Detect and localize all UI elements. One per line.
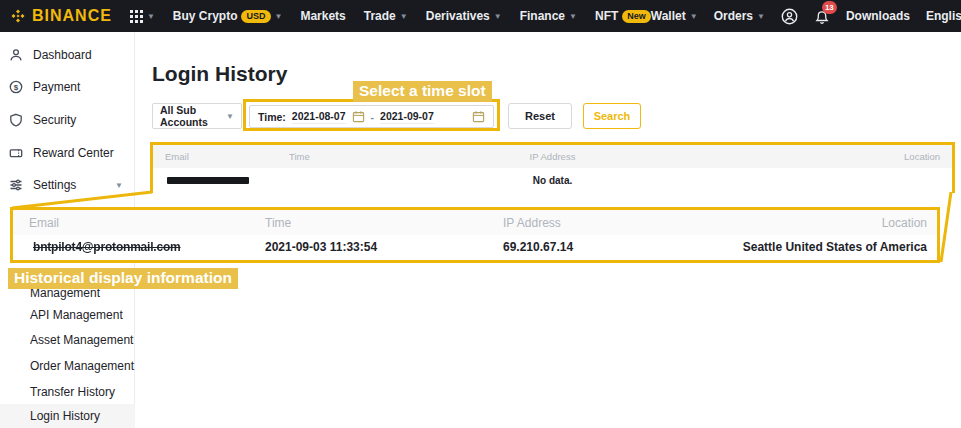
sliders-icon: [9, 178, 23, 192]
column-header-time: Time: [289, 151, 310, 162]
nav-label: Orders: [714, 9, 753, 23]
chevron-down-icon: ▼: [569, 12, 577, 21]
grid-icon: [130, 10, 143, 23]
login-email-redacted: bntpilot4@protonmail.com: [33, 240, 181, 254]
nav-wallet[interactable]: Wallet ▼: [651, 9, 698, 23]
sub-account-select-value: All Sub Accounts: [160, 104, 226, 128]
sidebar-item-reward-center[interactable]: Reward Center: [0, 142, 135, 164]
ticket-icon: [9, 146, 23, 160]
sidebar-item-payment[interactable]: $ Payment: [0, 76, 135, 98]
login-location: Seattle United States of America: [743, 240, 927, 254]
nav-label: Markets: [300, 9, 345, 23]
redacted-email-bar: [167, 177, 249, 184]
login-history-table: Email Time IP Address Location No data.: [150, 142, 955, 193]
chevron-down-icon: ▼: [275, 12, 283, 21]
nav-downloads[interactable]: Downloads: [846, 9, 910, 23]
nav-label: English: [926, 9, 961, 23]
sidebar-item-label: Payment: [33, 80, 80, 94]
sidebar-item-security[interactable]: Security: [0, 109, 135, 131]
sidebar-item-order-management[interactable]: Order Management: [0, 355, 135, 377]
table-row: No data.: [153, 168, 952, 193]
no-data-text: No data.: [533, 175, 572, 186]
nav-nft[interactable]: NFT New: [595, 9, 651, 23]
sidebar-item-label: Settings: [33, 178, 76, 192]
column-header-time: Time: [265, 216, 291, 230]
sidebar-item-dashboard[interactable]: Dashboard: [0, 44, 135, 66]
nav-trade[interactable]: Trade ▼: [364, 9, 408, 23]
chevron-down-icon: ▼: [494, 12, 502, 21]
date-from-field[interactable]: 2021-08-07: [292, 110, 346, 124]
nav-label: Buy Crypto: [173, 9, 238, 23]
reset-button[interactable]: Reset: [508, 103, 572, 129]
sidebar-item-label: Transfer History: [30, 385, 115, 399]
nav-label: Downloads: [846, 9, 910, 23]
nav-label: Wallet: [651, 9, 686, 23]
chevron-down-icon: ▼: [400, 12, 408, 21]
sidebar-item-label: API Management: [30, 308, 123, 322]
binance-diamond-icon: [10, 8, 26, 24]
column-header-ip: IP Address: [530, 151, 576, 162]
login-time: 2021-09-03 11:33:54: [265, 240, 377, 254]
date-range-dash: -: [371, 111, 375, 123]
sidebar-item-asset-management[interactable]: Asset Management: [0, 329, 135, 351]
column-header-email: Email: [29, 216, 59, 230]
column-header-email: Email: [165, 151, 189, 162]
column-header-location: Location: [882, 216, 927, 230]
nav-markets[interactable]: Markets: [300, 9, 345, 23]
chevron-down-icon: ▼: [757, 12, 765, 21]
language-selector[interactable]: English: [926, 9, 961, 23]
user-profile-icon: [781, 8, 798, 25]
date-to-field[interactable]: 2021-09-07: [380, 110, 434, 124]
brand-name: BINANCE: [32, 7, 112, 25]
table-header-row: Email Time IP Address Location: [13, 210, 937, 235]
sidebar-item-transfer-history[interactable]: Transfer History: [0, 381, 135, 403]
chevron-down-icon: ▼: [690, 12, 698, 21]
notification-count-badge: 13: [822, 1, 837, 14]
sidebar-item-label: Security: [33, 113, 76, 127]
table-header-row: Email Time IP Address Location: [153, 145, 952, 168]
chevron-down-icon: ▼: [147, 12, 155, 21]
column-header-ip: IP Address: [503, 216, 561, 230]
apps-grid-menu[interactable]: ▼: [130, 10, 155, 23]
page-title: Login History: [152, 62, 287, 86]
calendar-icon[interactable]: [472, 110, 485, 123]
sidebar-item-label: Order Management: [30, 359, 134, 373]
sidebar-item-label: Login History: [30, 409, 100, 423]
time-filter-highlight-box: Time: 2021-08-07 - 2021-09-07: [243, 99, 500, 131]
search-button[interactable]: Search: [583, 103, 641, 129]
calendar-icon[interactable]: [352, 110, 365, 123]
login-history-detail-table: Email Time IP Address Location bntpilot4…: [10, 207, 940, 263]
annotation-historical-display: Historical display information: [8, 268, 238, 289]
sidebar-item-settings[interactable]: Settings ▼: [0, 174, 135, 196]
sidebar-item-login-history[interactable]: Login History: [0, 404, 135, 428]
time-label: Time:: [258, 111, 286, 123]
sidebar-item-label: Reward Center: [33, 146, 114, 160]
column-header-location: Location: [904, 151, 940, 162]
table-row: bntpilot4@protonmail.com 2021-09-03 11:3…: [13, 235, 937, 260]
binance-logo[interactable]: BINANCE: [10, 7, 112, 25]
nav-label: Derivatives: [426, 9, 490, 23]
nav-derivatives[interactable]: Derivatives ▼: [426, 9, 502, 23]
nav-orders[interactable]: Orders ▼: [714, 9, 765, 23]
nav-buy-crypto[interactable]: Buy Crypto USD ▼: [173, 9, 283, 23]
notifications-button[interactable]: 13: [814, 8, 830, 25]
nav-label: Trade: [364, 9, 396, 23]
nav-finance[interactable]: Finance ▼: [520, 9, 577, 23]
new-badge: New: [622, 10, 651, 23]
annotation-select-time-slot: Select a time slot: [353, 81, 492, 102]
usd-badge: USD: [241, 10, 270, 23]
top-navbar: BINANCE ▼ Buy Crypto USD ▼ Markets Trade…: [0, 0, 961, 32]
sidebar-item-label: Dashboard: [33, 48, 92, 62]
chevron-down-icon: ▼: [226, 112, 234, 121]
nav-label: Finance: [520, 9, 565, 23]
chevron-down-icon: ▼: [115, 181, 123, 190]
shield-icon: [9, 113, 23, 127]
profile-button[interactable]: [781, 8, 798, 25]
sub-account-select[interactable]: All Sub Accounts ▼: [152, 103, 242, 129]
login-ip-address: 69.210.67.14: [503, 240, 573, 254]
dashboard-icon: [9, 48, 23, 62]
sidebar-item-label: Asset Management: [30, 333, 133, 347]
nav-label: NFT: [595, 9, 618, 23]
time-range-control: Time: 2021-08-07 - 2021-09-07: [249, 105, 494, 128]
sidebar-item-api-management[interactable]: API Management: [0, 304, 135, 326]
